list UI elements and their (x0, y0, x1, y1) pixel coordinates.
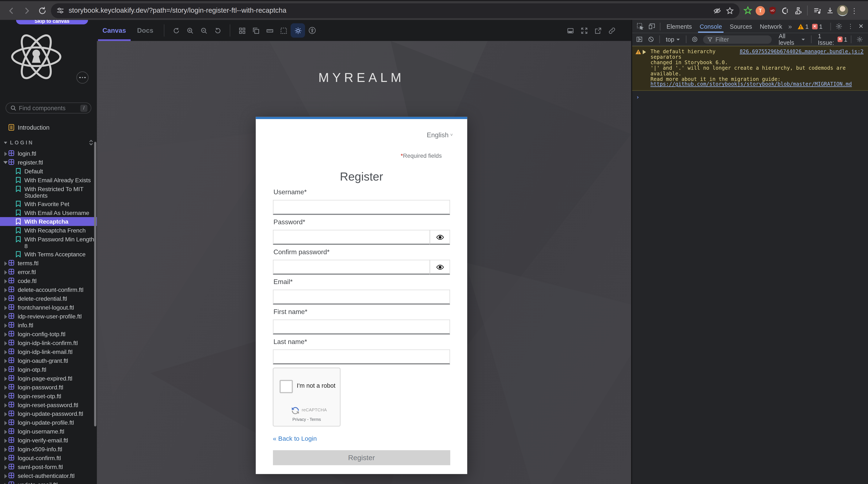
chevron-right-icon[interactable] (4, 279, 7, 283)
bookmark-star-icon[interactable] (726, 6, 734, 14)
register-submit-button[interactable]: Register (273, 450, 450, 465)
sidebar-item-story[interactable]: With Password Min Length 8 (0, 235, 97, 250)
devtools-tab-console[interactable]: Console (696, 20, 726, 32)
sidebar-menu-button[interactable] (76, 71, 89, 84)
chevron-right-icon[interactable] (4, 359, 7, 363)
console-filter-input[interactable]: Filter (703, 35, 772, 43)
chevron-right-icon[interactable] (4, 412, 7, 417)
chevron-right-icon[interactable] (4, 262, 7, 266)
sidebar-item-story[interactable]: Default (0, 167, 97, 176)
console-warning-message[interactable]: The default hierarchy separators826.6975… (632, 46, 868, 91)
c-extension-icon[interactable] (779, 6, 790, 14)
green-star-extension-icon[interactable] (742, 6, 754, 15)
sidebar-item-component[interactable]: login-page-expired.ftl (0, 374, 97, 383)
hidden-eye-icon[interactable] (713, 6, 721, 14)
text-input[interactable] (273, 350, 450, 364)
expand-triangle-icon[interactable] (643, 50, 648, 54)
context-selector[interactable]: top (663, 36, 683, 42)
chevron-right-icon[interactable] (4, 341, 7, 345)
sidebar-item-story[interactable]: With Email As Username (0, 208, 97, 217)
chevron-right-icon[interactable] (4, 403, 7, 407)
devtools-tab-network[interactable]: Network (756, 20, 786, 32)
back-to-login-link[interactable]: « Back to Login (273, 435, 317, 442)
orange-t-extension-icon[interactable]: T (756, 6, 765, 16)
live-expression-icon[interactable] (690, 33, 700, 46)
show-password-button[interactable] (430, 230, 450, 245)
warnings-badge[interactable]: 1 (798, 23, 809, 30)
copy-link-icon[interactable] (605, 20, 619, 41)
grid-toggle-icon[interactable] (236, 20, 249, 41)
language-dropdown[interactable]: English ˅ (427, 131, 453, 139)
browser-menu-icon[interactable]: ⋮ (849, 6, 859, 14)
console-sidebar-icon[interactable] (634, 33, 645, 46)
back-icon[interactable] (4, 4, 18, 17)
errors-badge[interactable]: ✕ 1 (812, 23, 823, 30)
devtools-tab-elements[interactable]: Elements (662, 20, 696, 32)
sidebar-item-component[interactable]: login-verify-email.ftl (0, 436, 97, 445)
sidebar-item-component[interactable]: select-authenticator.ftl (0, 471, 97, 480)
chevron-right-icon[interactable] (4, 376, 7, 381)
log-levels-dropdown[interactable]: All levels (776, 33, 807, 46)
sidebar-item-component[interactable]: info.ftl (0, 321, 97, 329)
sidebar-item-component[interactable]: register.ftl (0, 158, 97, 167)
sidebar-item-component[interactable]: update-email.ftl (0, 480, 97, 484)
chevron-right-icon[interactable] (4, 421, 7, 425)
sidebar-item-component[interactable]: login-config-totp.ftl (0, 329, 97, 338)
chevron-right-icon[interactable] (4, 394, 7, 399)
sidebar-item-story[interactable]: With Recaptcha (0, 217, 97, 226)
sidebar-item-component[interactable]: saml-post-form.ftl (0, 462, 97, 471)
measure-icon[interactable] (263, 20, 277, 41)
show-password-button[interactable] (430, 260, 450, 275)
recaptcha-privacy-terms[interactable]: Privacy - Terms (273, 417, 340, 422)
sidebar-item-component[interactable]: login-idp-link-email.ftl (0, 347, 97, 356)
sidebar-item-story[interactable]: With Favorite Pet (0, 199, 97, 208)
close-devtools-icon[interactable]: ✕ (856, 23, 868, 30)
password-input[interactable] (273, 260, 430, 275)
chevron-right-icon[interactable] (4, 297, 7, 301)
profile-avatar[interactable] (837, 5, 848, 16)
sidebar-item-component[interactable]: login-otp.ftl (0, 365, 97, 374)
sidebar-item-component[interactable]: delete-account-confirm.ftl (0, 285, 97, 294)
sidebar-item-story[interactable]: With Email Already Exists (0, 176, 97, 184)
recaptcha-checkbox[interactable] (279, 380, 293, 393)
inspect-element-icon[interactable] (634, 20, 646, 32)
chevron-right-icon[interactable] (4, 315, 7, 319)
sidebar-item-component[interactable]: code.ftl (0, 276, 97, 285)
accessibility-icon[interactable] (305, 20, 319, 41)
chevron-right-icon[interactable] (4, 306, 7, 310)
sidebar-item-component[interactable]: frontchannel-logout.ftl (0, 303, 97, 312)
remount-icon[interactable] (169, 20, 183, 41)
sidebar-item-component[interactable]: login-idp-link-confirm.ftl (0, 338, 97, 347)
chevron-right-icon[interactable] (4, 324, 7, 328)
sidebar-item-component[interactable]: login-x509-info.ftl (0, 445, 97, 454)
viewport-icon[interactable] (249, 20, 263, 41)
chevron-right-icon[interactable] (4, 350, 7, 354)
addon-panel-icon[interactable] (564, 20, 578, 41)
text-input[interactable] (273, 200, 450, 215)
reload-icon[interactable] (35, 4, 49, 17)
sidebar-item-component[interactable]: login-username.ftl (0, 427, 97, 436)
chevron-right-icon[interactable] (4, 465, 7, 470)
sidebar-item-component[interactable]: logout-confirm.ftl (0, 454, 97, 462)
sidebar-item-component[interactable]: login.ftl (0, 149, 97, 158)
address-bar[interactable]: storybook.keycloakify.dev/?path=/story/l… (51, 3, 739, 18)
expand-collapse-icon[interactable] (89, 140, 94, 146)
chevron-right-icon[interactable] (4, 270, 7, 275)
issues-counter[interactable]: 1 Issue: ✕ 1 (818, 33, 847, 46)
sidebar-item-component[interactable]: login-password.ftl (0, 383, 97, 392)
tab-canvas[interactable]: Canvas (97, 20, 131, 41)
chevron-right-icon[interactable] (4, 474, 7, 479)
forward-icon[interactable] (20, 4, 33, 17)
zoom-out-icon[interactable] (197, 20, 211, 41)
open-external-icon[interactable] (591, 20, 605, 41)
devtools-menu-icon[interactable]: ⋮ (844, 20, 856, 32)
console-settings-icon[interactable] (855, 33, 865, 46)
theme-sun-icon[interactable] (291, 23, 305, 38)
sidebar-item-component[interactable]: error.ftl (0, 268, 97, 276)
text-input[interactable] (273, 290, 450, 305)
zoom-in-icon[interactable] (183, 20, 197, 41)
sidebar-item-component[interactable]: login-update-profile.ftl (0, 418, 97, 427)
url-text[interactable]: storybook.keycloakify.dev/?path=/story/l… (69, 6, 709, 14)
keycloakify-logo[interactable] (9, 29, 64, 84)
chevron-right-icon[interactable] (4, 368, 7, 372)
